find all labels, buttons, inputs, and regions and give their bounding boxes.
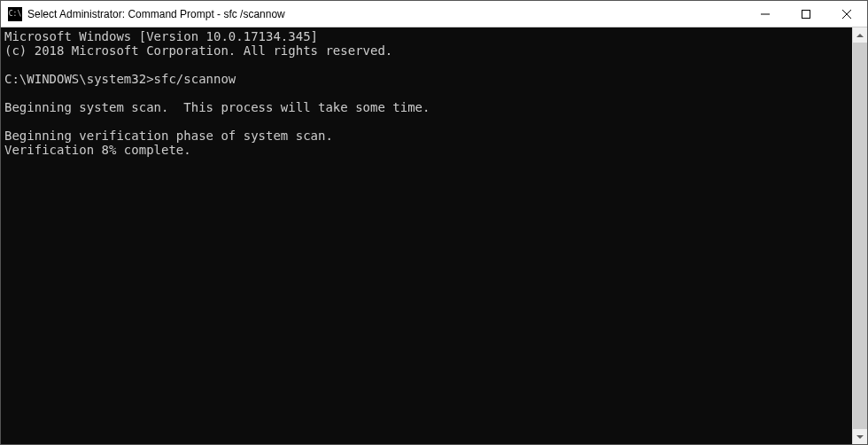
minimize-button[interactable] xyxy=(745,1,786,27)
window-title: Select Administrator: Command Prompt - s… xyxy=(27,8,745,20)
command-text: sfc/scannow xyxy=(154,72,236,86)
svg-rect-1 xyxy=(802,10,810,18)
scrollbar-thumb[interactable] xyxy=(853,43,867,429)
terminal-line: Microsoft Windows [Version 10.0.17134.34… xyxy=(4,29,318,43)
scroll-up-arrow-icon[interactable] xyxy=(853,27,867,43)
window-titlebar: C:\ Select Administrator: Command Prompt… xyxy=(1,1,867,27)
prompt-text: C:\WINDOWS\system32> xyxy=(4,72,154,86)
scroll-down-arrow-icon[interactable] xyxy=(853,429,867,444)
terminal-line: (c) 2018 Microsoft Corporation. All righ… xyxy=(4,43,392,58)
scrollbar-track[interactable] xyxy=(853,43,867,429)
vertical-scrollbar[interactable] xyxy=(852,27,867,444)
cmd-icon: C:\ xyxy=(8,7,22,21)
close-button[interactable] xyxy=(826,1,867,27)
svg-marker-4 xyxy=(856,34,864,37)
window-controls xyxy=(745,1,867,27)
maximize-button[interactable] xyxy=(786,1,826,27)
terminal-output[interactable]: Microsoft Windows [Version 10.0.17134.34… xyxy=(1,27,852,444)
terminal-line: Beginning verification phase of system s… xyxy=(4,129,333,143)
terminal-line: Verification 8% complete. xyxy=(4,143,191,157)
svg-marker-5 xyxy=(856,435,864,439)
terminal-line: Beginning system scan. This process will… xyxy=(4,100,430,114)
content-area: Microsoft Windows [Version 10.0.17134.34… xyxy=(1,27,867,444)
